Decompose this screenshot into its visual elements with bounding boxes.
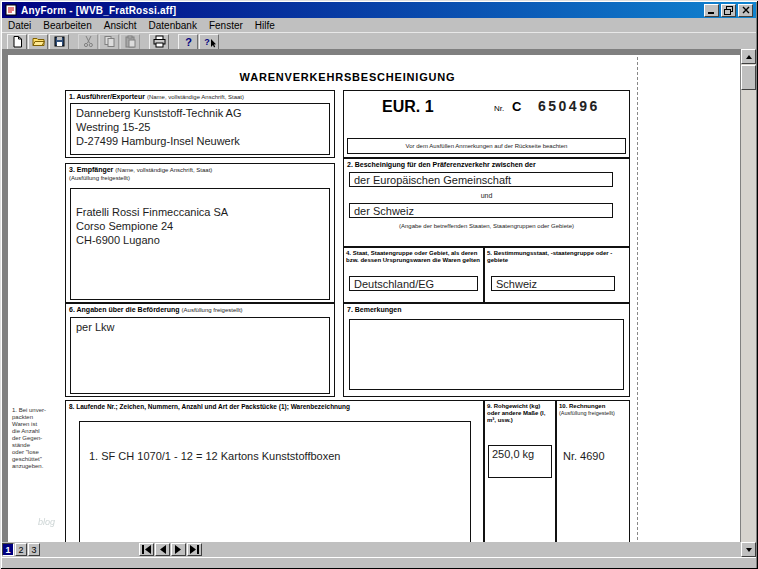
field-box-3-empfaenger: 3. Empfänger (Name, vollständige Anschri… [65, 163, 335, 303]
box2-value1-field[interactable]: der Europäischen Gemeinschaft [349, 172, 613, 187]
field-box-eur1-header: EUR. 1 Nr. C 650496 Vor dem Ausfüllen An… [343, 90, 630, 158]
toolbar-separator [70, 34, 78, 50]
margin-footnote: 1. Bei unver-packtenWaren ist die Anzahl… [12, 407, 62, 470]
box3-note2: (Ausfüllung freigestellt) [69, 174, 331, 182]
previous-page-button[interactable] [155, 543, 170, 556]
eur1-note: Vor dem Ausfüllen Anmerkungen auf der Rü… [348, 143, 625, 149]
print-icon [153, 35, 166, 48]
next-page-button[interactable] [171, 543, 186, 556]
box2-value2-field[interactable]: der Schweiz [349, 203, 613, 218]
box5-label: 5. Bestimmungsstaat, -staatengruppe oder… [485, 248, 629, 264]
cut-button[interactable] [78, 34, 98, 50]
goods-description-value: 1. SF CH 1070/1 - 12 = 12 Kartons Kunsts… [89, 449, 340, 463]
first-page-button[interactable] [139, 543, 154, 556]
print-button[interactable] [149, 34, 169, 50]
svg-text:?: ? [185, 36, 192, 48]
copy-icon [103, 35, 116, 48]
vertical-scroll-thumb[interactable] [741, 65, 756, 90]
cut-scissors-icon [82, 35, 95, 48]
paste-button[interactable] [120, 34, 140, 50]
vertical-scrollbar[interactable] [741, 49, 756, 557]
menu-datenbank[interactable]: Datenbank [143, 18, 203, 32]
menu-hilfe[interactable]: Hilfe [249, 18, 281, 32]
app-icon [5, 4, 17, 16]
save-button[interactable] [49, 34, 69, 50]
new-button[interactable] [7, 34, 27, 50]
box8-label: 8. Laufende Nr.; Zeichen, Nummern, Anzah… [66, 401, 483, 411]
transport-value: per Lkw [71, 318, 329, 336]
last-page-button[interactable] [187, 543, 202, 556]
box5-value-field[interactable]: Schweiz [491, 276, 615, 291]
window-title: AnyForm - [WVB_FratRossi.aff] [21, 5, 704, 16]
eur1-series: C [512, 99, 521, 114]
context-help-icon: ? [203, 35, 216, 48]
box7-value-field[interactable] [349, 319, 624, 390]
eur1-title: EUR. 1 [382, 98, 434, 116]
page-tab-1[interactable]: 1 [2, 543, 14, 556]
menu-fenster[interactable]: Fenster [203, 18, 249, 32]
menu-datei[interactable]: Datei [2, 18, 37, 32]
pager-bar: 1 2 3 [2, 542, 741, 557]
eur1-number[interactable]: 650496 [538, 98, 600, 114]
eur1-nr-label: Nr. [494, 104, 504, 113]
box6-label: 6. Angaben über die Beförderung (Ausfüll… [66, 304, 334, 314]
last-page-icon [189, 545, 200, 554]
help-button[interactable]: ? [178, 34, 198, 50]
exporter-line-2: Westring 15-25 [76, 120, 324, 134]
box9-value-field[interactable]: 250,0 kg [488, 445, 552, 478]
close-button[interactable] [738, 4, 753, 17]
box10-note: (Ausfüllung freigestellt) [559, 410, 627, 417]
toolbar-separator [141, 34, 149, 50]
document-workspace: WARENVERKEHRSBESCHEINIGUNG 1. Ausführer/… [2, 49, 741, 542]
box3-value-field[interactable]: Fratelli Rossi Finmeccanica SA Corso Sem… [70, 188, 330, 300]
remarks-value [350, 320, 623, 324]
consignee-line-3: CH-6900 Lugano [76, 233, 324, 247]
help-icon: ? [182, 35, 195, 48]
box6-value-field[interactable]: per Lkw [70, 317, 330, 394]
form-title: WARENVERKEHRSBESCHEINIGUNG [65, 71, 630, 83]
box1-label: 1. Ausführer/Exporteur (Name, vollständi… [66, 91, 334, 101]
box9-label: 9. Rohgewicht (kg) oder andere Maße (l, … [485, 401, 555, 424]
page-tab-3[interactable]: 3 [28, 543, 40, 556]
field-box-10-rechnungen: 10. Rechnungen (Ausfüllung freigestellt)… [556, 400, 630, 542]
field-box-6-befoerderung: 6. Angaben über die Beförderung (Ausfüll… [65, 303, 335, 397]
previous-page-icon [158, 545, 167, 554]
new-icon [11, 35, 24, 48]
field-box-5-bestimmungsstaat: 5. Bestimmungsstaat, -staatengruppe oder… [484, 247, 630, 303]
menu-ansicht[interactable]: Ansicht [98, 18, 143, 32]
arrow-down-icon [746, 548, 752, 552]
save-floppy-icon [53, 35, 66, 48]
box8-value-field[interactable]: 1. SF CH 1070/1 - 12 = 12 Kartons Kunsts… [79, 421, 471, 542]
faint-watermark: blog [38, 517, 55, 527]
exporter-line-3: D-27499 Hamburg-Insel Neuwerk [76, 134, 324, 148]
toolbar-separator [170, 34, 178, 50]
page-tab-2[interactable]: 2 [15, 543, 27, 556]
scroll-up-button[interactable] [741, 49, 756, 64]
invoice-value[interactable]: Nr. 4690 [563, 449, 605, 463]
scroll-down-button[interactable] [741, 542, 756, 557]
exporter-line-1: Danneberg Kunststoff-Technik AG [76, 106, 324, 120]
context-help-button[interactable]: ? [199, 34, 219, 50]
box3-label: 3. Empfänger (Name, vollständige Anschri… [66, 164, 334, 182]
field-box-1-exporter: 1. Ausführer/Exporteur (Name, vollständi… [65, 90, 335, 158]
open-button[interactable] [28, 34, 48, 50]
toolbar: ? ? [2, 32, 756, 50]
field-box-8-warenbezeichnung: 8. Laufende Nr.; Zeichen, Nummern, Anzah… [65, 400, 484, 542]
box4-label: 4. Staat, Staatengruppe oder Gebiet, als… [344, 248, 483, 264]
menu-bearbeiten[interactable]: Bearbeiten [37, 18, 97, 32]
status-bar [2, 557, 756, 568]
gross-weight-value: 250,0 kg [489, 446, 551, 462]
consignee-line-2: Corso Sempione 24 [76, 219, 324, 233]
restore-button[interactable] [721, 4, 736, 17]
box1-value-field[interactable]: Danneberg Kunststoff-Technik AG Westring… [70, 103, 330, 155]
box4-value-field[interactable]: Deutschland/EG [349, 276, 478, 291]
menu-bar: Datei Bearbeiten Ansicht Datenbank Fenst… [2, 18, 756, 32]
title-bar: AnyForm - [WVB_FratRossi.aff] [2, 2, 756, 18]
copy-button[interactable] [99, 34, 119, 50]
consignee-line-1: Fratelli Rossi Finmeccanica SA [76, 205, 324, 219]
box2-label: 2. Bescheinigung für den Präferenzverkeh… [344, 159, 629, 169]
paste-clipboard-icon [124, 35, 137, 48]
field-box-4-ursprungsstaat: 4. Staat, Staatengruppe oder Gebiet, als… [343, 247, 484, 303]
box7-label: 7. Bemerkungen [344, 304, 629, 314]
minimize-button[interactable] [704, 4, 719, 17]
